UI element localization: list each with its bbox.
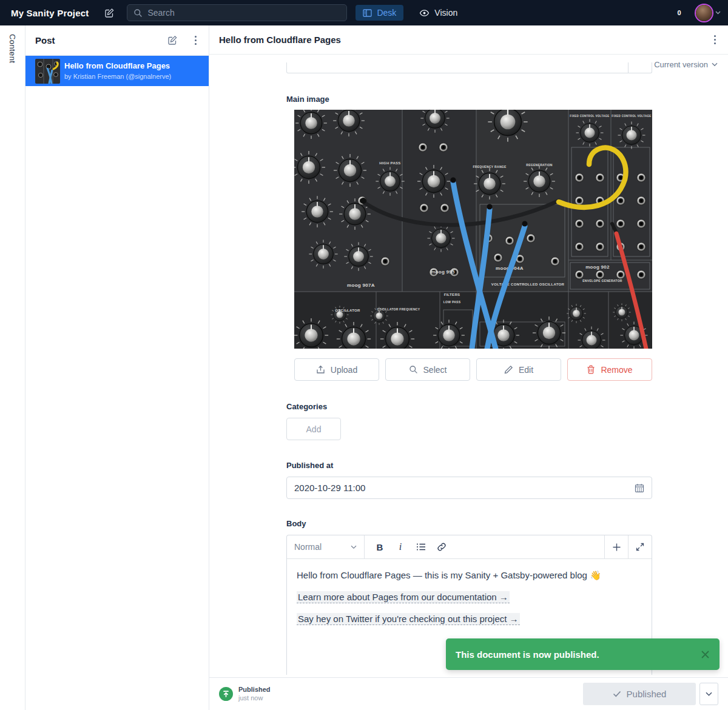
italic-button[interactable]: i [390,535,411,559]
tab-desk-label: Desk [377,8,396,18]
photo-label: FIXED CONTROL VOLTAGE [570,115,609,118]
compose-icon [104,8,115,18]
create-post-button[interactable] [167,35,178,45]
body-link-documentation[interactable]: Learn more about Pages from our document… [297,591,510,603]
list-pane-title: Post [35,35,55,45]
remove-button[interactable]: Remove [567,358,652,381]
editor-content[interactable]: Hello from Cloudflare Pages — this is my… [287,559,652,645]
published-at-field [286,477,652,499]
style-select-value: Normal [294,542,322,552]
avatar[interactable] [696,5,712,21]
compose-icon [167,35,178,45]
photo-label: OSCILLATOR FREQUENCY [377,307,420,311]
synthesizer-photo: HIGH PASS FREQUENCY RANGE REGENERATION m… [294,110,652,349]
search-input[interactable] [147,8,340,18]
notification-badge[interactable]: 0 [672,6,686,20]
select-label: Select [423,365,447,375]
publish-status-time: just now [238,694,271,702]
insert-block-button[interactable] [604,535,628,558]
photo-label: HIGH PASS [379,161,400,165]
toast-message: This document is now published. [456,649,599,660]
project-title: My Sanity Project [11,8,89,18]
upload-label: Upload [331,365,357,375]
eye-icon [419,8,430,18]
document-footer: Published just now Published [209,677,728,710]
search-bar[interactable] [127,4,347,21]
list-pane-menu-button[interactable] [192,33,199,47]
fullscreen-button[interactable] [628,535,652,558]
slug-field-cutoff[interactable] [286,62,652,73]
chevron-down-icon [351,545,357,549]
pencil-icon [504,365,513,374]
link-button[interactable] [431,535,452,559]
publish-toast: This document is now published. [446,638,720,670]
main-image-label: Main image [286,95,652,104]
select-button[interactable]: Select [385,358,470,381]
version-selector[interactable]: Current version [654,60,718,69]
photo-label: FIXED CONTROL VOLTAGE [612,115,651,118]
desk-icon [363,8,372,18]
tab-desk[interactable]: Desk [356,5,403,21]
list-item-title: Hello from Cloudflare Pages [64,61,171,71]
chevron-down-icon[interactable] [715,11,721,15]
document-form: Main image [286,55,652,675]
trash-icon [587,365,595,374]
upload-icon [316,365,325,374]
chevron-down-icon [712,62,718,67]
published-at-input[interactable] [294,483,635,493]
edit-label: Edit [519,365,533,375]
document-header: Hello from Cloudflare Pages [209,25,728,55]
bullet-list-button[interactable] [411,535,431,559]
edit-button[interactable]: Edit [476,358,561,381]
photo-label: moog 902 [585,264,610,270]
publish-status-title: Published [238,686,271,694]
add-label: Add [306,424,322,434]
upload-button[interactable]: Upload [294,358,379,381]
document-title: Hello from Cloudflare Pages [219,35,341,45]
photo-label: moog 995 [431,269,455,275]
publish-button-label: Published [627,689,667,699]
bold-button[interactable]: B [369,535,390,559]
photo-label: OSCILLATOR [335,309,360,312]
photo-label: FREQUENCY RANGE [473,165,507,169]
document-body: Current version Main image [209,55,728,677]
photo-label: moog 907A [347,283,375,288]
main-image-photo[interactable]: HIGH PASS FREQUENCY RANGE REGENERATION m… [294,110,652,349]
editor-toolbar: Normal B i [287,535,652,559]
tab-vision-label: Vision [434,8,457,18]
image-actions: Upload Select Edit [294,358,652,381]
calendar-icon[interactable] [635,483,644,493]
document-list-pane: Post [25,25,209,710]
close-icon[interactable] [701,650,710,659]
photo-label: REGENERATION [526,163,553,167]
version-label: Current version [654,60,708,69]
categories-label: Categories [286,402,652,411]
body-paragraph: Hello from Cloudflare Pages — this is my… [297,569,642,581]
remove-label: Remove [601,365,632,375]
published-arrow-icon [219,687,233,701]
search-icon [133,8,143,18]
document-pane: Hello from Cloudflare Pages Current vers… [209,25,728,710]
body-link-twitter[interactable]: Say hey on Twitter if you're checking ou… [297,613,520,625]
list-item[interactable]: Hello from Cloudflare Pages by Kristian … [25,56,209,86]
add-category-button[interactable]: Add [286,418,341,440]
photo-label: ENVELOPE GENERATOR [582,279,622,283]
published-at-label: Published at [286,461,652,470]
style-select[interactable]: Normal [287,535,365,558]
list-pane-header: Post [25,25,209,56]
list-item-thumbnail [35,59,60,84]
content-rail: Content [0,25,25,710]
publish-button[interactable]: Published [583,683,696,705]
publish-menu-button[interactable] [699,683,718,705]
document-menu-button[interactable] [712,33,718,47]
tab-vision[interactable]: Vision [412,5,465,21]
publish-status-chip[interactable]: Published just now [219,686,271,702]
body-label: Body [286,519,652,528]
rail-tab-content[interactable]: Content [8,34,17,63]
list-item-subtitle: by Kristian Freeman (@signalnerve) [64,72,171,81]
new-document-button[interactable] [104,8,115,18]
photo-label: FILTERS [444,293,460,296]
photo-label: LOW PASS [443,300,461,304]
top-bar: My Sanity Project Desk [0,0,728,25]
search-icon [409,365,418,374]
